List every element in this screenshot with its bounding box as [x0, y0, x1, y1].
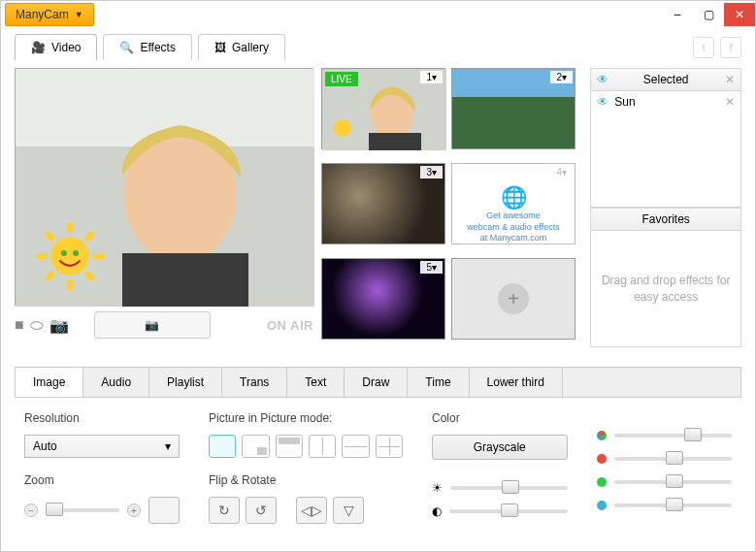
- eye-icon[interactable]: 👁: [597, 73, 608, 86]
- green-icon: [597, 477, 607, 487]
- gallery-icon: 🖼: [214, 41, 226, 54]
- color-label: Color: [432, 411, 568, 425]
- blue-icon: [597, 501, 607, 510]
- close-button[interactable]: ✕: [724, 3, 755, 26]
- source-2[interactable]: 2▾: [451, 68, 575, 149]
- brightness-icon: ☀: [432, 481, 443, 495]
- flip-label: Flip & Rotate: [209, 473, 403, 487]
- green-slider[interactable]: [614, 480, 733, 484]
- pip-label: Picture in Picture mode:: [209, 411, 403, 425]
- tab-gallery[interactable]: 🖼 Gallery: [198, 34, 285, 60]
- maximize-button[interactable]: ▢: [693, 3, 724, 26]
- contrast-slider[interactable]: [449, 509, 568, 513]
- videocam-icon[interactable]: ■: [15, 316, 24, 334]
- subtab-lower[interactable]: Lower third: [470, 368, 563, 397]
- app-name: ManyCam: [16, 8, 69, 21]
- camera-icon: 📷: [145, 318, 159, 332]
- subtab-text[interactable]: Text: [287, 368, 345, 397]
- pip-mode-2[interactable]: [242, 435, 269, 458]
- sun-effect-overlay: [33, 219, 107, 293]
- flip-horizontal-button[interactable]: ◁▷: [296, 497, 327, 524]
- source-3[interactable]: 3▾: [321, 163, 445, 244]
- live-badge: LIVE: [325, 72, 358, 86]
- tab-video[interactable]: 🎥 Video: [15, 34, 97, 60]
- contrast-icon: ◐: [432, 504, 442, 518]
- globe-icon: 🌐: [452, 185, 575, 211]
- toggle-icon[interactable]: ⬭: [30, 316, 44, 334]
- svg-point-14: [73, 250, 79, 256]
- pip-mode-3[interactable]: [276, 435, 303, 458]
- subtab-draw[interactable]: Draw: [345, 368, 408, 397]
- svg-line-9: [47, 233, 54, 241]
- svg-rect-17: [369, 133, 421, 150]
- red-icon: [597, 454, 607, 464]
- rotate-left-button[interactable]: ↺: [246, 497, 277, 524]
- sources-grid: LIVE 1▾ 2▾ 3▾ 4▾ 🌐 Get awesome webcam & …: [321, 68, 582, 347]
- source-5[interactable]: 5▾: [321, 258, 445, 340]
- svg-rect-3: [122, 253, 248, 307]
- eye-icon[interactable]: 👁: [597, 95, 608, 109]
- rgb-slider[interactable]: [614, 434, 733, 438]
- svg-line-10: [86, 273, 94, 280]
- svg-point-18: [334, 119, 351, 137]
- svg-line-12: [47, 273, 54, 280]
- subtab-trans[interactable]: Trans: [222, 368, 287, 397]
- remove-effect-icon[interactable]: ✕: [725, 95, 735, 109]
- flip-vertical-button[interactable]: ▽: [333, 497, 364, 524]
- source-1[interactable]: LIVE 1▾: [321, 68, 445, 149]
- onair-label: ON AIR: [267, 318, 313, 333]
- svg-point-13: [61, 250, 67, 256]
- tab-effects[interactable]: 🔍 Effects: [103, 34, 191, 60]
- selected-header: 👁 Selected ✕: [590, 68, 741, 91]
- subtab-image[interactable]: Image: [16, 368, 83, 397]
- pip-mode-4[interactable]: [309, 435, 336, 458]
- red-slider[interactable]: [614, 457, 733, 461]
- chevron-down-icon: ▾: [165, 439, 171, 453]
- zoom-label: Zoom: [24, 473, 180, 487]
- clear-selected-icon[interactable]: ✕: [725, 73, 735, 86]
- selected-list: 👁 Sun ✕: [590, 91, 741, 208]
- effects-icon: 🔍: [119, 41, 134, 54]
- svg-point-4: [50, 237, 89, 276]
- favorites-header: Favorites: [590, 208, 741, 231]
- brightness-slider[interactable]: [450, 486, 568, 490]
- rgb-icon: [597, 431, 607, 440]
- twitter-button[interactable]: t: [693, 37, 714, 58]
- zoom-reset-button[interactable]: [148, 497, 180, 524]
- minimize-button[interactable]: –: [662, 3, 693, 26]
- zoom-out-button[interactable]: −: [24, 503, 38, 517]
- grayscale-button[interactable]: Grayscale: [432, 435, 568, 460]
- subtab-time[interactable]: Time: [408, 368, 469, 397]
- zoom-in-button[interactable]: +: [127, 503, 141, 517]
- rotate-right-button[interactable]: ↻: [209, 497, 240, 524]
- blue-slider[interactable]: [614, 503, 733, 507]
- source-4[interactable]: 4▾ 🌐 Get awesome webcam & audio effects …: [451, 163, 575, 244]
- subtab-audio[interactable]: Audio: [83, 368, 149, 397]
- pip-mode-6[interactable]: [376, 435, 403, 458]
- resolution-label: Resolution: [24, 411, 180, 425]
- app-menu-button[interactable]: ManyCam ▼: [5, 3, 94, 26]
- subtab-playlist[interactable]: Playlist: [149, 368, 222, 397]
- pip-mode-1[interactable]: [209, 435, 236, 458]
- pip-mode-5[interactable]: [342, 435, 369, 458]
- effect-item-sun[interactable]: 👁 Sun ✕: [591, 91, 740, 113]
- plus-icon: +: [498, 283, 529, 314]
- favorites-dropzone[interactable]: Drag and drop effects for easy access: [590, 231, 741, 347]
- webcam-icon: 🎥: [31, 41, 46, 54]
- svg-line-11: [86, 233, 94, 241]
- zoom-slider[interactable]: [46, 508, 119, 512]
- facebook-button[interactable]: f: [720, 37, 741, 58]
- snapshot-button[interactable]: 📷: [94, 311, 211, 339]
- chevron-down-icon: ▼: [75, 10, 83, 19]
- camera-small-icon[interactable]: 📷: [49, 316, 69, 335]
- source-add[interactable]: +: [451, 258, 575, 340]
- resolution-select[interactable]: Auto ▾: [24, 435, 180, 458]
- main-preview: [15, 68, 313, 306]
